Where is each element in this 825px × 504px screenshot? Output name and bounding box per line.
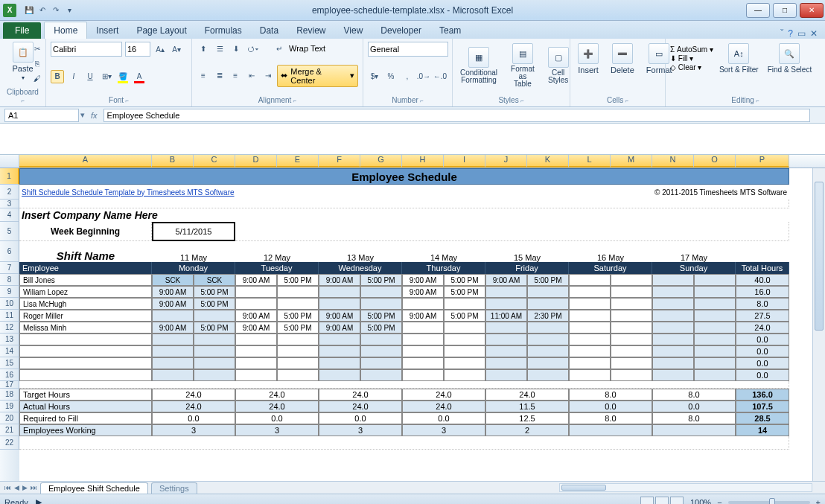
- cell[interactable]: [527, 345, 569, 357]
- save-icon[interactable]: 💾: [24, 5, 34, 16]
- window-restore-icon[interactable]: ▭: [797, 28, 806, 39]
- cell[interactable]: [611, 322, 652, 334]
- file-tab[interactable]: File: [3, 22, 41, 39]
- macro-record-icon[interactable]: ▶: [36, 497, 42, 504]
- cell[interactable]: 5:00 PM: [277, 310, 319, 322]
- conditional-formatting-button[interactable]: ▦Conditional Formatting: [457, 45, 500, 86]
- cell[interactable]: 8.0: [569, 389, 652, 401]
- row-header[interactable]: 18: [0, 389, 19, 401]
- cell[interactable]: 11:00 AM: [485, 310, 527, 322]
- find-select-button[interactable]: 🔍Find & Select: [765, 42, 815, 75]
- row-header[interactable]: 14: [0, 345, 19, 357]
- cell[interactable]: [694, 345, 736, 357]
- accounting-format-icon[interactable]: $▾: [368, 70, 381, 83]
- zoom-out-icon[interactable]: −: [717, 498, 722, 505]
- cell[interactable]: 9:00 AM: [152, 286, 194, 298]
- cell[interactable]: [194, 369, 235, 381]
- align-center-icon[interactable]: ≣: [213, 69, 226, 83]
- horizontal-scrollbar[interactable]: [559, 483, 812, 492]
- row-header[interactable]: 5: [0, 222, 19, 241]
- cell[interactable]: [694, 274, 736, 286]
- cell[interactable]: [444, 334, 485, 345]
- cell[interactable]: 5:00 PM: [527, 274, 569, 286]
- employee-name-cell[interactable]: Bill Jones: [19, 274, 152, 286]
- sheet-tab-settings[interactable]: Settings: [151, 482, 197, 494]
- cell[interactable]: [360, 345, 402, 357]
- cell[interactable]: [527, 334, 569, 345]
- cell[interactable]: 3: [319, 424, 402, 436]
- cell[interactable]: 14 May: [402, 241, 485, 262]
- cell[interactable]: [485, 357, 527, 369]
- cell[interactable]: 24.0: [152, 389, 235, 401]
- cell[interactable]: [652, 322, 694, 334]
- cell[interactable]: [694, 369, 736, 381]
- cell[interactable]: 5:00 PM: [360, 310, 402, 322]
- cell[interactable]: 9:00 AM: [319, 322, 360, 334]
- cell[interactable]: 5:00 PM: [444, 286, 485, 298]
- tab-nav-last-icon[interactable]: ⏭: [31, 484, 37, 491]
- cell[interactable]: 16.0: [736, 286, 789, 298]
- merge-center-button[interactable]: ⬌ Merge & Center ▾: [277, 65, 358, 87]
- cell[interactable]: 24.0: [736, 322, 789, 334]
- tab-home[interactable]: Home: [44, 22, 87, 39]
- cell[interactable]: [444, 369, 485, 381]
- cell[interactable]: [402, 357, 444, 369]
- minimize-ribbon-icon[interactable]: ˇ: [780, 28, 783, 39]
- tab-page-layout[interactable]: Page Layout: [127, 22, 195, 39]
- align-top-icon[interactable]: ⬆: [197, 42, 210, 55]
- cell[interactable]: [569, 274, 611, 286]
- cell[interactable]: 24.0: [235, 389, 319, 401]
- cell[interactable]: 3: [402, 424, 485, 436]
- cell[interactable]: [527, 369, 569, 381]
- cell[interactable]: 9:00 AM: [402, 274, 444, 286]
- cell[interactable]: Week Beginning: [19, 222, 152, 241]
- cell[interactable]: [444, 298, 485, 310]
- cut-icon[interactable]: ✂: [31, 42, 44, 55]
- company-name-cell[interactable]: Insert Company Name Here: [19, 208, 789, 222]
- font-size-select[interactable]: [125, 42, 150, 57]
- col-header[interactable]: E: [277, 155, 319, 168]
- cell[interactable]: 9:00 AM: [319, 274, 360, 286]
- cell[interactable]: [194, 310, 235, 322]
- cell[interactable]: 3: [235, 424, 319, 436]
- cell[interactable]: [611, 357, 652, 369]
- tab-review[interactable]: Review: [287, 22, 334, 39]
- row-header[interactable]: 4: [0, 208, 19, 222]
- row-header[interactable]: 13: [0, 334, 19, 345]
- cell[interactable]: [652, 334, 694, 345]
- cell[interactable]: [444, 322, 485, 334]
- cell[interactable]: [152, 357, 194, 369]
- shift-name-cell[interactable]: Shift Name: [19, 241, 152, 262]
- col-header[interactable]: J: [485, 155, 527, 168]
- cell[interactable]: [277, 357, 319, 369]
- zoom-level[interactable]: 100%: [690, 498, 711, 505]
- number-format-select[interactable]: [368, 42, 448, 57]
- tab-view[interactable]: View: [335, 22, 372, 39]
- cell[interactable]: [235, 369, 277, 381]
- grow-font-icon[interactable]: A▴: [153, 42, 167, 56]
- cells-area[interactable]: Employee ScheduleShift Schedule Schedule…: [19, 168, 825, 481]
- cell[interactable]: [319, 357, 360, 369]
- cell[interactable]: 27.5: [736, 310, 789, 322]
- name-box-dropdown-icon[interactable]: ▾: [80, 110, 85, 120]
- cell[interactable]: 5:00 PM: [360, 274, 402, 286]
- cell[interactable]: 24.0: [152, 401, 235, 412]
- cell[interactable]: [694, 298, 736, 310]
- cell[interactable]: 9:00 AM: [152, 322, 194, 334]
- col-header[interactable]: F: [319, 155, 360, 168]
- select-all-corner[interactable]: [0, 155, 19, 168]
- help-icon[interactable]: ?: [788, 28, 793, 39]
- tab-nav-next-icon[interactable]: ▶: [22, 484, 28, 491]
- cell[interactable]: 8.0: [652, 389, 736, 401]
- cell[interactable]: Monday: [152, 262, 235, 274]
- format-painter-icon[interactable]: 🖌: [31, 71, 44, 85]
- row-header[interactable]: 19: [0, 401, 19, 412]
- col-header[interactable]: C: [194, 155, 235, 168]
- cell[interactable]: [360, 298, 402, 310]
- cell[interactable]: Wednesday: [319, 262, 402, 274]
- cell[interactable]: 107.5: [736, 401, 789, 412]
- cell[interactable]: 5:00 PM: [194, 298, 235, 310]
- cell[interactable]: 136.0: [736, 389, 789, 401]
- cell[interactable]: [194, 334, 235, 345]
- row-header[interactable]: 11: [0, 310, 19, 322]
